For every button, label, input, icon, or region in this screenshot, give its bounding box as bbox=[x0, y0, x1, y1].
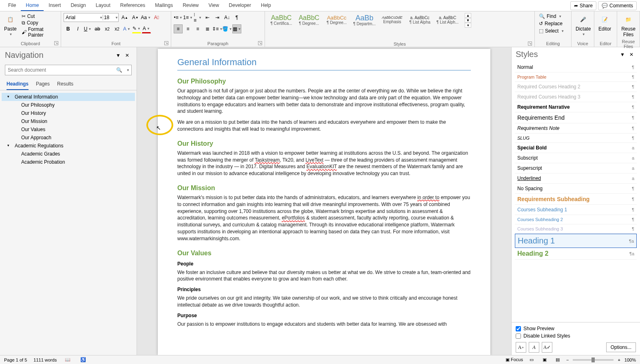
page-indicator[interactable]: Page 1 of 5 bbox=[4, 357, 27, 362]
borders-icon[interactable]: ▦▼ bbox=[232, 24, 241, 33]
style-row[interactable]: Heading 1¶a bbox=[515, 234, 637, 248]
style-tile[interactable]: AaBb¶ Departm... bbox=[351, 13, 378, 27]
zoom-slider[interactable] bbox=[573, 359, 614, 361]
navtree-item[interactable]: ▾General Information bbox=[2, 93, 135, 101]
reuse-files-button[interactable]: 📁Reuse Files bbox=[620, 13, 637, 38]
font-launcher[interactable]: ↘ bbox=[164, 41, 168, 45]
gallery-more-icon[interactable]: ▾ bbox=[465, 23, 471, 28]
navpane-close-icon[interactable]: ✕ bbox=[123, 51, 132, 60]
align-center-icon[interactable]: ≡ bbox=[183, 24, 192, 33]
navtree-item[interactable]: Our History bbox=[2, 109, 135, 117]
style-tile[interactable]: AaBbCc¶ Degree... bbox=[323, 13, 351, 27]
style-row[interactable]: Required Courses Heading 2¶ bbox=[515, 82, 637, 92]
justify-icon[interactable]: ≣ bbox=[203, 24, 212, 33]
search-input[interactable] bbox=[5, 67, 115, 73]
style-row[interactable]: Program Table¶ bbox=[515, 72, 637, 82]
italic-icon[interactable]: I bbox=[73, 24, 82, 33]
menu-design[interactable]: Design bbox=[66, 0, 90, 11]
style-row[interactable]: Requirements Note¶ bbox=[515, 123, 637, 134]
menu-references[interactable]: References bbox=[115, 0, 150, 11]
style-tile[interactable]: AaBbCcDdEEmphasis bbox=[378, 13, 406, 27]
find-button[interactable]: 🔍Find▼ bbox=[537, 13, 563, 20]
clear-format-icon[interactable]: A⃠ bbox=[152, 13, 161, 22]
disable-linked-checkbox[interactable]: Disable Linked Styles bbox=[516, 332, 636, 340]
style-row[interactable]: Courses Subheading 2¶ bbox=[515, 215, 637, 224]
style-tile[interactable]: a. AaBbCc¶ List Alpha bbox=[406, 13, 434, 27]
menu-home[interactable]: Home bbox=[21, 0, 44, 11]
highlight-icon[interactable]: ✎▼ bbox=[132, 24, 141, 33]
style-row[interactable]: No Spacing¶ bbox=[515, 184, 637, 194]
navtree-item[interactable]: Our Mission bbox=[2, 117, 135, 125]
replace-button[interactable]: ↺Replace bbox=[537, 20, 564, 27]
word-count[interactable]: 1111 words bbox=[33, 357, 57, 362]
search-dropdown-icon[interactable]: ▼ bbox=[125, 68, 131, 72]
show-preview-checkbox[interactable]: Show Preview bbox=[516, 325, 636, 332]
menu-view[interactable]: View bbox=[204, 0, 224, 11]
read-mode-icon[interactable]: ▭ bbox=[527, 355, 536, 364]
paste-button[interactable]: 📋 Paste ▼ bbox=[2, 13, 18, 37]
style-inspector-button[interactable]: A bbox=[529, 342, 539, 353]
style-row[interactable]: Special Bolda bbox=[515, 143, 637, 153]
style-tile[interactable]: AaBbC¶ Certifica... bbox=[267, 13, 295, 27]
multilevel-icon[interactable]: ⁝≡▼ bbox=[193, 13, 202, 22]
style-tile[interactable]: a. AaBbC¶ List Alph... bbox=[434, 13, 461, 27]
align-left-icon[interactable]: ≡ bbox=[174, 24, 183, 33]
style-row[interactable]: Requirements Subheading¶ bbox=[515, 194, 637, 205]
change-case-icon[interactable]: Aa▼ bbox=[141, 13, 150, 22]
navpane-dropdown-icon[interactable]: ▼ bbox=[114, 51, 123, 60]
options-button[interactable]: Options... bbox=[606, 342, 636, 352]
font-size-dropdown[interactable]: ▼ bbox=[115, 16, 118, 20]
search-icon[interactable]: 🔍 bbox=[115, 67, 124, 73]
menu-file[interactable]: File bbox=[3, 0, 21, 11]
share-button[interactable]: ➦Share bbox=[570, 1, 596, 10]
menu-review[interactable]: Review bbox=[178, 0, 203, 11]
accessibility-icon[interactable]: ♿ bbox=[79, 355, 88, 364]
style-row[interactable]: Requirements End¶ bbox=[515, 112, 637, 123]
styles-gallery[interactable]: AaBbC¶ Certifica...AaBbC¶ Degree...AaBbC… bbox=[267, 13, 463, 41]
text-effects-icon[interactable]: A▼ bbox=[122, 24, 131, 33]
style-row[interactable]: Required Courses Heading 3¶ bbox=[515, 92, 637, 102]
grow-font-icon[interactable]: A▲ bbox=[120, 13, 129, 22]
line-spacing-icon[interactable]: ⇕≡▼ bbox=[213, 24, 222, 33]
print-layout-icon[interactable]: ▣ bbox=[540, 355, 549, 364]
new-style-button[interactable]: A+ bbox=[516, 342, 526, 353]
style-row[interactable]: Courses Subheading 3¶ bbox=[515, 224, 637, 234]
style-row[interactable]: Underlineda bbox=[515, 173, 637, 184]
menu-insert[interactable]: Insert bbox=[44, 0, 66, 11]
web-layout-icon[interactable]: ▤ bbox=[553, 355, 562, 364]
navpane-tab-results[interactable]: Results bbox=[57, 79, 73, 90]
navpane-tab-headings[interactable]: Headings bbox=[7, 79, 29, 90]
style-row[interactable]: Courses Subheading 1¶ bbox=[515, 205, 637, 215]
format-painter-button[interactable]: 🖌Format Painter bbox=[20, 26, 58, 38]
style-row[interactable]: Requirement Narrative¶ bbox=[515, 102, 637, 112]
cut-button[interactable]: ✂Cut bbox=[20, 13, 58, 20]
show-marks-icon[interactable]: ¶ bbox=[232, 13, 241, 22]
font-color-icon[interactable]: A▼ bbox=[142, 24, 151, 33]
menu-layout[interactable]: Layout bbox=[91, 0, 115, 11]
zoom-level[interactable]: 100% bbox=[625, 357, 636, 362]
style-row[interactable]: Superscripta bbox=[515, 163, 637, 173]
font-name-dropdown[interactable]: ▼ bbox=[99, 16, 103, 20]
navtree-item[interactable]: Our Values bbox=[2, 125, 135, 134]
style-row[interactable]: Subscripta bbox=[515, 153, 637, 163]
bold-icon[interactable]: B bbox=[64, 24, 73, 33]
style-tile[interactable]: AaBbC¶ Degree... bbox=[295, 13, 323, 27]
spellcheck-icon[interactable]: 📖 bbox=[63, 355, 72, 364]
gallery-down-icon[interactable]: ▼ bbox=[465, 18, 471, 23]
gallery-up-icon[interactable]: ▲ bbox=[465, 13, 471, 18]
style-row[interactable]: Normal¶ bbox=[515, 62, 637, 72]
navtree-item[interactable]: Our Approach bbox=[2, 134, 135, 142]
numbering-icon[interactable]: 1≡▼ bbox=[183, 13, 192, 22]
document-area[interactable]: General Information Our PhilosophyOur ap… bbox=[137, 47, 511, 355]
stylespane-close-icon[interactable]: ✕ bbox=[627, 50, 636, 59]
comments-button[interactable]: 💬Comments bbox=[598, 1, 637, 10]
underline-icon[interactable]: U▼ bbox=[83, 24, 92, 33]
style-row[interactable]: Heading 2¶a bbox=[515, 248, 637, 260]
align-right-icon[interactable]: ≡ bbox=[193, 24, 202, 33]
focus-button[interactable]: ▣ Focus bbox=[505, 357, 523, 362]
paragraph-launcher[interactable]: ↘ bbox=[258, 41, 262, 45]
styles-launcher[interactable]: ↘ bbox=[528, 42, 532, 46]
dictate-button[interactable]: 🎤Dictate▼ bbox=[574, 13, 592, 37]
font-name-input[interactable] bbox=[64, 15, 99, 20]
select-button[interactable]: ⬚Select▼ bbox=[537, 28, 566, 34]
